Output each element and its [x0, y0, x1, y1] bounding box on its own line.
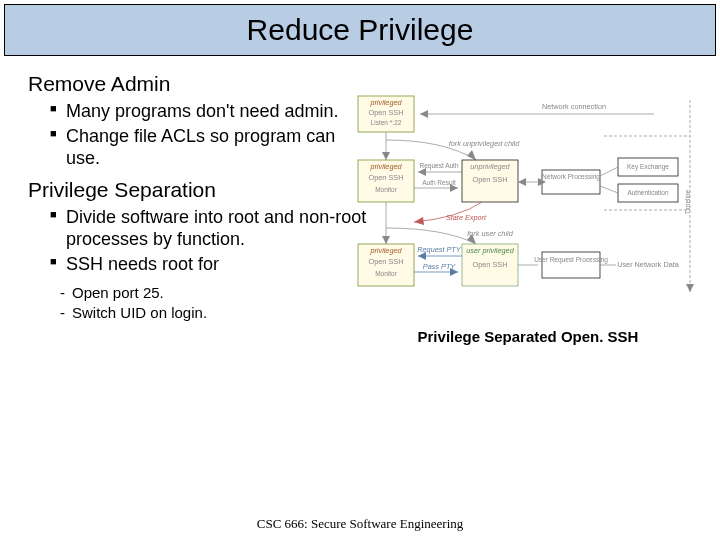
- bullet: Change file ACLs so program can use.: [50, 125, 372, 170]
- fork-unpriv-child: fork unprivileged child: [382, 132, 520, 160]
- svg-text:Open SSH: Open SSH: [473, 260, 508, 269]
- svg-line-33: [600, 167, 618, 176]
- svg-line-34: [600, 186, 618, 193]
- row3: privileged Open SSH Monitor user privile…: [358, 244, 680, 286]
- svg-marker-27: [518, 178, 526, 186]
- heading-priv-sep: Privilege Separation: [28, 178, 372, 202]
- svg-text:fork unprivileged child: fork unprivileged child: [449, 139, 521, 148]
- svg-text:Monitor: Monitor: [375, 270, 398, 277]
- svg-text:Timeline: Timeline: [684, 189, 691, 214]
- svg-text:user privileged: user privileged: [466, 246, 514, 255]
- svg-text:Network connection: Network connection: [542, 102, 606, 111]
- svg-marker-5: [420, 110, 428, 118]
- subbullet: Open port 25.: [60, 283, 372, 303]
- svg-text:User Network Data: User Network Data: [617, 260, 680, 269]
- bullet: SSH needs root for: [50, 253, 372, 276]
- diagram-caption: Privilege Separated Open. SSH: [354, 328, 702, 345]
- mid-arrows: State Export fork user child: [382, 202, 514, 244]
- svg-text:Request PTY: Request PTY: [417, 245, 462, 254]
- svg-text:privileged: privileged: [369, 98, 402, 107]
- svg-text:Request Auth: Request Auth: [419, 162, 458, 170]
- slide-footer: CSC 666: Secure Software Engineering: [0, 516, 720, 532]
- svg-text:Open SSH: Open SSH: [369, 108, 404, 117]
- diagram-openssh: privileged Open SSH Listen *:22 Network …: [354, 92, 702, 308]
- svg-text:Monitor: Monitor: [375, 186, 398, 193]
- svg-text:Key Exchange: Key Exchange: [627, 163, 669, 171]
- svg-text:Authentication: Authentication: [627, 189, 669, 196]
- svg-text:Network Processing: Network Processing: [542, 173, 600, 181]
- row1: privileged Open SSH Listen *:22 Network …: [358, 96, 654, 132]
- bullets-priv-sep: Divide software into root and non-root p…: [32, 206, 372, 276]
- svg-marker-8: [382, 152, 390, 160]
- svg-text:Open SSH: Open SSH: [473, 175, 508, 184]
- svg-text:State Export: State Export: [446, 213, 487, 222]
- svg-marker-38: [382, 236, 390, 244]
- svg-text:unprivileged: unprivileged: [470, 162, 510, 171]
- bullet: Divide software into root and non-root p…: [50, 206, 372, 251]
- subbullets-priv-sep: Open port 25. Switch UID on login.: [32, 283, 372, 322]
- bullets-remove-admin: Many programs don't need admin. Change f…: [32, 100, 372, 170]
- bullet: Many programs don't need admin.: [50, 100, 372, 123]
- svg-text:Auth Result: Auth Result: [422, 179, 456, 186]
- svg-text:Pass PTY: Pass PTY: [423, 262, 457, 271]
- svg-marker-19: [418, 168, 426, 176]
- svg-text:Open SSH: Open SSH: [369, 257, 404, 266]
- row2: privileged Open SSH Monitor unprivileged…: [358, 158, 678, 202]
- svg-marker-9: [467, 150, 476, 160]
- svg-text:privileged: privileged: [369, 162, 402, 171]
- svg-text:User Request Processing: User Request Processing: [534, 256, 608, 264]
- svg-text:Open SSH: Open SSH: [369, 173, 404, 182]
- svg-text:privileged: privileged: [369, 246, 402, 255]
- svg-text:fork user child: fork user child: [467, 229, 513, 238]
- subbullet: Switch UID on login.: [60, 303, 372, 323]
- svg-text:Listen *:22: Listen *:22: [371, 119, 402, 126]
- heading-remove-admin: Remove Admin: [28, 72, 372, 96]
- slide-title: Reduce Privilege: [4, 4, 716, 56]
- svg-marker-35: [414, 217, 424, 225]
- svg-marker-60: [686, 284, 694, 292]
